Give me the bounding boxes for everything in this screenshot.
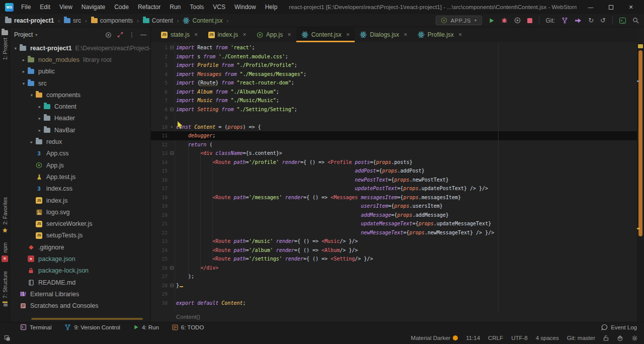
fold-marker[interactable] — [168, 284, 176, 287]
menu-vcs[interactable]: VCS — [208, 0, 230, 14]
run-toolwindow-button[interactable]: 4: Run — [133, 324, 159, 330]
tab-index-js[interactable]: JSindex.js ✕ — [203, 27, 252, 42]
event-log-button[interactable]: Event Log — [601, 324, 637, 330]
todo-button[interactable]: 6: TODO — [172, 324, 204, 330]
select-opened-file-button[interactable] — [105, 32, 112, 38]
tree-item-external-libraries[interactable]: External Libraries — [10, 288, 150, 300]
tree-item-scratches-and-consoles[interactable]: Scratches and Consoles — [10, 300, 150, 312]
tree-item-navbar[interactable]: ▸ NavBar — [10, 124, 150, 136]
caret-position[interactable]: 11:14 — [466, 335, 480, 341]
tab-app-js[interactable]: App.js ✕ — [252, 27, 296, 42]
menu-navigate[interactable]: Navigate — [77, 0, 110, 14]
chevron-right-icon[interactable]: ▸ — [20, 69, 27, 74]
tree-item-package-json[interactable]: n package.json — [10, 253, 150, 265]
tree-item-components[interactable]: ▾ components — [10, 89, 150, 101]
menu-edit[interactable]: Edit — [35, 0, 55, 14]
theme-status[interactable]: Material Darker — [411, 335, 458, 341]
tree-item-logo-svg[interactable]: logo.svg — [10, 206, 150, 218]
run-anything-button[interactable]: >_ — [619, 18, 626, 24]
version-control-button[interactable]: 9: Version Control — [64, 324, 120, 330]
tree-item-serviceworker-js[interactable]: JS serviceWorker.js — [10, 218, 150, 229]
horizontal-scrollbar[interactable] — [31, 318, 143, 320]
git-push-button[interactable] — [575, 18, 582, 24]
inspection-status-indicator[interactable] — [638, 44, 643, 48]
menu-view[interactable]: View — [55, 0, 77, 14]
fold-marker[interactable] — [168, 108, 176, 111]
close-icon[interactable]: ✕ — [346, 32, 350, 37]
minimize-button[interactable]: — — [581, 0, 601, 14]
tab-dialogs-jsx[interactable]: Dialogs.jsx ✕ — [355, 27, 413, 42]
menu-file[interactable]: File — [17, 0, 35, 14]
maximize-button[interactable] — [601, 0, 621, 14]
tree-item-index-css[interactable]: 3 index.css — [10, 183, 150, 195]
git-branch-button[interactable] — [561, 17, 568, 24]
tree-item-package-lock-json[interactable]: package-lock.json — [10, 265, 150, 277]
settings-status[interactable] — [631, 335, 638, 341]
code-editor[interactable]: 1 2 3 4 5 6 7 8 9 10 ▾ 11 12 13 14 15 — [151, 42, 637, 312]
project-panel-title[interactable]: Project — [14, 31, 33, 38]
tree-item-node-modules[interactable]: ▸ node_modules library root — [10, 54, 150, 65]
tree-item-src[interactable]: ▾ src — [10, 77, 150, 89]
run-with-coverage-button[interactable] — [514, 17, 521, 24]
breadcrumb-src[interactable]: src — [63, 17, 82, 25]
tree-item-index-js[interactable]: JS index.js — [10, 195, 150, 206]
chevron-right-icon[interactable]: ▸ — [28, 139, 35, 144]
tree-item-content[interactable]: ▸ Content — [10, 101, 150, 112]
breadcrumb-react-project1[interactable]: react-project1 — [4, 17, 55, 25]
debug-button[interactable] — [501, 17, 508, 24]
menu-tools[interactable]: Tools — [185, 0, 208, 14]
menu-window[interactable]: Window — [230, 0, 261, 14]
search-everywhere-button[interactable] — [632, 17, 639, 24]
breadcrumb-content[interactable]: Content — [142, 17, 174, 25]
close-button[interactable]: ✕ — [621, 0, 641, 14]
close-icon[interactable]: ✕ — [243, 32, 247, 37]
stop-button[interactable] — [527, 18, 532, 23]
run-configuration-select[interactable]: APP.JS ▾ — [436, 16, 482, 25]
tree-item-setuptests-js[interactable]: JS setupTests.js — [10, 230, 150, 241]
file-encoding[interactable]: UTF-8 — [511, 335, 528, 341]
menu-code[interactable]: Code — [110, 0, 133, 14]
breadcrumb-content-jsx[interactable]: Content.jsx — [182, 17, 223, 25]
editor-scrollbar-thumb[interactable] — [638, 50, 642, 236]
tree-item-app-test-js[interactable]: App.test.js — [10, 171, 150, 183]
editor-breadcrumb[interactable]: Content() — [151, 312, 637, 322]
tree-item-app-css[interactable]: 3 App.css — [10, 148, 150, 159]
fold-marker[interactable] — [168, 46, 176, 49]
chevron-right-icon[interactable]: ▸ — [36, 116, 43, 121]
fold-marker[interactable] — [168, 266, 176, 270]
menu-run[interactable]: Run — [165, 0, 185, 14]
fold-marker[interactable] — [168, 151, 176, 155]
tab-profile-jsx[interactable]: Profile.jsx ✕ — [413, 27, 467, 42]
chevron-right-icon[interactable]: ▸ — [36, 128, 43, 133]
tab-state-js[interactable]: JSstate.js ✕ — [156, 27, 203, 42]
git-branch-status[interactable]: Git: master — [567, 335, 595, 341]
stripe-project-button[interactable]: 1: Project — [2, 30, 8, 60]
tab-content-jsx[interactable]: Content.jsx ✕ — [296, 27, 355, 42]
close-icon[interactable]: ✕ — [404, 32, 408, 37]
chevron-right-icon[interactable]: ▸ — [36, 104, 43, 109]
chevron-down-icon[interactable]: ▾ — [12, 46, 19, 51]
tree-item-redux[interactable]: ▸ redux — [10, 136, 150, 147]
stripe-mark[interactable] — [637, 80, 640, 82]
close-icon[interactable]: ✕ — [458, 32, 462, 37]
stripe-npm-button[interactable]: npmn — [2, 242, 8, 262]
close-icon[interactable]: ✕ — [287, 32, 291, 37]
breadcrumb-components[interactable]: components — [90, 17, 134, 25]
rollback-button[interactable]: ↺ — [600, 17, 606, 24]
fold-marker[interactable]: ▾ — [168, 125, 176, 129]
toolwindow-switcher-icon[interactable] — [4, 335, 11, 341]
indent-status[interactable]: 4 spaces — [536, 335, 559, 341]
stripe-structure-button[interactable]: 7: Structure — [2, 271, 8, 307]
stripe-favorites-button[interactable]: 2: Favorites — [2, 197, 8, 233]
tree-item-public[interactable]: ▸ public — [10, 66, 150, 77]
tree-item-app-js[interactable]: App.js — [10, 159, 150, 171]
readonly-toggle[interactable] — [603, 335, 609, 341]
run-button[interactable] — [489, 18, 495, 24]
tree-item-readme-md[interactable]: README.md — [10, 277, 150, 288]
menu-refactor[interactable]: Refactor — [133, 0, 165, 14]
menu-help[interactable]: Help — [261, 0, 282, 14]
tree-item-react-project1[interactable]: ▾ react-project1 E:\Developers\react\Pro… — [10, 42, 150, 54]
update-project-button[interactable]: ↻ — [588, 17, 594, 24]
tree-item--gitignore[interactable]: .gitignore — [10, 241, 150, 253]
chevron-right-icon[interactable]: ▸ — [20, 57, 27, 62]
